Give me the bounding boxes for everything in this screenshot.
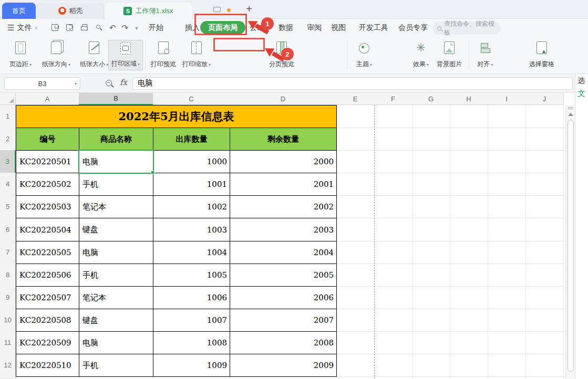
undo-icon[interactable]: ↶ [109,23,116,33]
print-preview-icon[interactable] [95,23,104,33]
cell-A4[interactable]: KC20220502 [16,173,79,196]
page-break-preview-button[interactable]: 分页预览 [267,40,296,70]
cell-A11[interactable]: KC20220509 [16,331,79,354]
tab-formulas[interactable]: 公式 [250,23,264,33]
orientation-button[interactable]: 纸张方向▾ [38,40,75,70]
cell-D9[interactable]: 2006 [230,286,337,309]
column-header-E[interactable]: E [336,93,375,105]
cell-B12[interactable]: 手机 [79,354,153,377]
print-scale-button[interactable]: 打印缩放▾ [180,40,213,70]
cell-B2[interactable]: 商品名称 [79,128,153,151]
selection-pane-button[interactable]: 选择窗格 [526,40,558,70]
formula-input[interactable]: 电脑 [132,77,573,90]
cell-A5[interactable]: KC20220503 [16,195,79,218]
cell-D4[interactable]: 2001 [230,173,337,196]
cell-D5[interactable]: 2002 [230,195,337,218]
cell-C3[interactable]: 1000 [153,150,230,173]
namebox-dropdown-icon[interactable]: ▾ [75,81,77,86]
vertical-scrollbar[interactable] [565,105,575,379]
cell-D3[interactable]: 2000 [230,150,337,173]
customize-toolbar-icon[interactable]: ▾ [135,25,138,31]
cell-B8[interactable]: 手机 [79,264,153,287]
cell-C7[interactable]: 1004 [153,241,230,264]
select-all-corner[interactable] [0,93,16,105]
print-area-button[interactable]: 打印区域▾ [108,40,143,70]
cell-C5[interactable]: 1002 [153,195,230,218]
column-header-I[interactable]: I [488,93,526,105]
tab-home[interactable]: 首页 [2,3,36,19]
paper-size-button[interactable]: 纸张大小▾ [76,40,112,70]
row-header-2[interactable]: 2 [0,128,16,151]
column-header-D[interactable]: D [230,93,337,105]
column-header-G[interactable]: G [412,93,450,105]
row-header-1[interactable]: 1 [0,105,16,128]
cell-B7[interactable]: 电脑 [79,241,153,264]
name-box[interactable]: B3 ▾ [4,77,80,90]
column-header-B[interactable]: B [79,93,153,105]
tab-membership[interactable]: 会员专享 [398,23,428,33]
row-header-6[interactable]: 6 [0,218,16,241]
tab-start[interactable]: 开始 [149,23,163,33]
cell-C4[interactable]: 1001 [153,173,230,196]
insert-function-button[interactable]: fx [120,78,127,87]
cell-C9[interactable]: 1006 [153,286,230,309]
row-header-9[interactable]: 9 [0,286,16,309]
cell-B11[interactable]: 电脑 [79,331,153,354]
cell-D8[interactable]: 2005 [230,264,337,287]
tab-insert[interactable]: 插入 [185,23,200,33]
row-header-12[interactable]: 12 [0,354,16,377]
tab-view[interactable]: 视图 [331,23,346,33]
effects-button[interactable]: ✳ 效果▾ [409,40,433,70]
print-preview-button[interactable]: 打印预览 [149,40,178,70]
row-header-5[interactable]: 5 [0,195,16,218]
cell-B4[interactable]: 手机 [79,173,153,196]
tab-document[interactable]: S 工作簿1.xlsx [105,3,192,19]
theme-button[interactable]: 主题▾ [352,40,376,70]
save-icon[interactable] [50,23,59,33]
cell-A8[interactable]: KC20220506 [16,264,79,287]
scroll-up-icon[interactable] [568,113,573,116]
cell-A12[interactable]: KC20220510 [16,354,79,377]
column-header-F[interactable]: F [374,93,412,105]
column-header-H[interactable]: H [450,93,488,105]
cell-A7[interactable]: KC20220505 [16,241,79,264]
cell-D2[interactable]: 剩余数量 [230,128,337,151]
tab-data[interactable]: 数据 [278,23,293,33]
row-header-3[interactable]: 3 [0,150,16,173]
cell-A6[interactable]: KC20220504 [16,218,79,241]
cell-B10[interactable]: 键盘 [79,309,153,332]
cell-B6[interactable]: 键盘 [79,218,153,241]
row-header-7[interactable]: 7 [0,241,16,264]
file-menu-button[interactable]: ☰ 文件 ∨ [7,23,38,33]
cell-D10[interactable]: 2007 [230,309,337,332]
cell-C10[interactable]: 1007 [153,309,230,332]
column-header-J[interactable]: J [525,93,564,105]
cell-D6[interactable]: 2003 [230,218,337,241]
redo-icon[interactable]: ↷ [122,23,129,33]
cell-D12[interactable]: 2009 [230,354,337,377]
export-icon[interactable] [65,23,74,33]
restore-window-icon[interactable] [213,7,221,12]
cell-A10[interactable]: KC20220508 [16,309,79,332]
cell-C11[interactable]: 1008 [153,331,230,354]
cell-D11[interactable]: 2008 [230,331,337,354]
split-handle[interactable] [568,107,573,109]
tab-review[interactable]: 审阅 [307,23,322,33]
row-header-10[interactable]: 10 [0,309,16,332]
column-header-C[interactable]: C [153,93,230,105]
background-image-button[interactable]: 背景图片 [434,40,465,70]
row-header-4[interactable]: 4 [0,173,16,196]
tab-page-layout-active[interactable]: 页面布局 [200,21,245,34]
cell-C12[interactable]: 1009 [153,354,230,377]
print-icon[interactable] [80,23,89,33]
tab-developer[interactable]: 开发工具 [359,23,388,33]
row-header-8[interactable]: 8 [0,264,16,287]
cell-C6[interactable]: 1003 [153,218,230,241]
cell-A2[interactable]: 编号 [16,128,79,151]
cell-A3[interactable]: KC20220501 [16,150,79,173]
tab-docer[interactable]: 稻壳 [37,3,104,19]
align-button[interactable]: 对齐▾ [473,40,497,70]
side-panel-label-top[interactable]: 选 [577,76,585,86]
column-header-A[interactable]: A [16,93,79,105]
row-header-13[interactable] [0,376,16,379]
